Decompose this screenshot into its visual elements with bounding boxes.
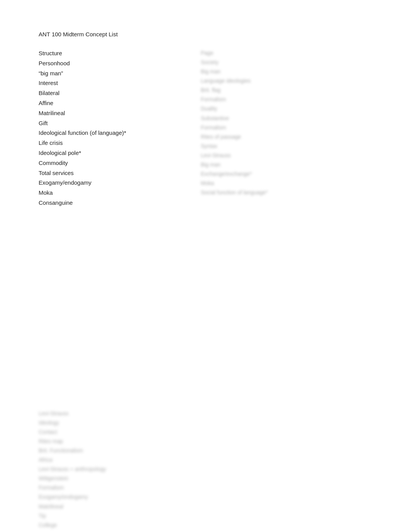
right-item-3: Language ideologies bbox=[201, 76, 309, 85]
concept-personhood: Personhood bbox=[39, 58, 178, 68]
bottom-item-10: Matrilineal bbox=[39, 502, 371, 511]
bottom-item-7: Wittgenstein bbox=[39, 474, 371, 483]
concept-commodity: Commodity bbox=[39, 158, 178, 168]
concept-moka: Moka bbox=[39, 188, 178, 198]
concept-ideological-pole: Ideological pole* bbox=[39, 148, 178, 158]
right-item-13: Exchange/exchange* bbox=[201, 169, 309, 178]
bottom-item-2: Contact bbox=[39, 427, 371, 437]
right-item-12: Big man bbox=[201, 160, 309, 169]
concept-ideological-function: Ideological function (of language)* bbox=[39, 128, 178, 138]
right-item-7: Substantive bbox=[201, 114, 309, 123]
concept-big-man: “big man” bbox=[39, 68, 178, 78]
bottom-section: Levi-StraussIdeologyContactRites mapBrit… bbox=[39, 409, 371, 530]
right-item-9: Rites of passage bbox=[201, 132, 309, 141]
right-item-10: Syntax bbox=[201, 141, 309, 151]
concept-exogamy-endogamy: Exogamy/endogamy bbox=[39, 178, 178, 188]
concept-bilateral: Bilateral bbox=[39, 88, 178, 98]
right-item-11: Levi-Strauss bbox=[201, 151, 309, 160]
bottom-item-6: Levi-Strauss + anthropology bbox=[39, 464, 371, 474]
page-title: ANT 100 Midterm Concept List bbox=[39, 31, 371, 37]
right-column: PageSocietyBig manLanguage ideologiesBri… bbox=[201, 48, 309, 208]
concept-structure: Structure bbox=[39, 48, 178, 58]
concept-affine: Affine bbox=[39, 98, 178, 108]
bottom-item-3: Rites map bbox=[39, 437, 371, 446]
concept-interest: Interest bbox=[39, 78, 178, 88]
bottom-item-5: Africa bbox=[39, 455, 371, 464]
right-item-5: Formalism bbox=[201, 95, 309, 104]
concept-life-crisis: Life crisis bbox=[39, 138, 178, 148]
right-item-8: Formalism bbox=[201, 123, 309, 132]
right-item-2: Big man bbox=[201, 67, 309, 76]
bottom-item-0: Levi-Strauss bbox=[39, 409, 371, 418]
bottom-item-9: Exogamy/endogamy bbox=[39, 492, 371, 501]
right-item-1: Society bbox=[201, 58, 309, 67]
bottom-item-4: Brit. Functionalism bbox=[39, 446, 371, 455]
right-item-15: Social function of language* bbox=[201, 188, 309, 197]
concept-total-services: Total services bbox=[39, 168, 178, 178]
right-item-0: Page bbox=[201, 48, 309, 58]
bottom-item-12: College bbox=[39, 520, 371, 530]
concept-gift: Gift bbox=[39, 118, 178, 128]
right-item-4: Brit. flag bbox=[201, 85, 309, 95]
concept-consanguine: Consanguine bbox=[39, 198, 178, 208]
left-column: StructurePersonhood“big man”InterestBila… bbox=[39, 48, 178, 208]
bottom-item-11: Tip bbox=[39, 511, 371, 520]
bottom-item-1: Ideology bbox=[39, 418, 371, 427]
right-item-6: Duality bbox=[201, 104, 309, 113]
concept-matrilineal: Matrilineal bbox=[39, 108, 178, 118]
right-item-14: Moka bbox=[201, 178, 309, 188]
content-area: StructurePersonhood“big man”InterestBila… bbox=[39, 48, 371, 208]
bottom-item-8: Formalism bbox=[39, 483, 371, 492]
